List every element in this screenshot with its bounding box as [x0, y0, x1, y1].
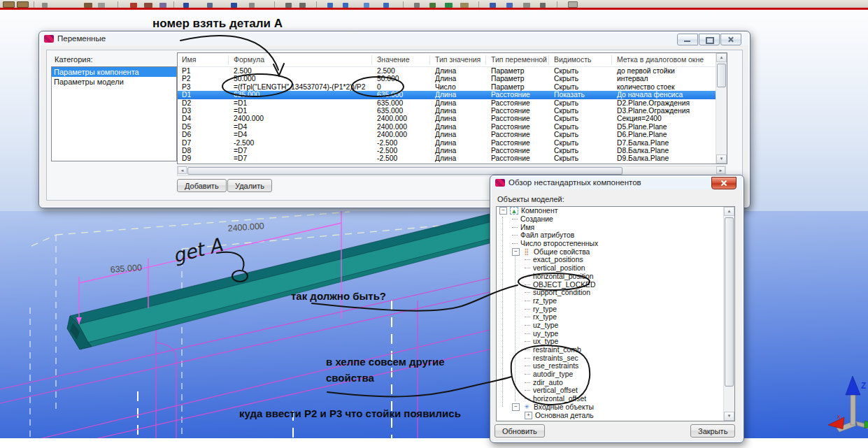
scrollbar-thumb[interactable] [187, 167, 622, 175]
tree-branch-tick [525, 349, 530, 350]
component-browser-titlebar[interactable]: Обзор нестандартных компонентов [490, 175, 744, 189]
cell-name: D7 [182, 139, 191, 147]
cell-value: -2.500 [377, 147, 397, 154]
cell-value_type: Длина [435, 75, 456, 82]
toolbar-separator [274, 1, 275, 8]
tree-item-label: rz_type [533, 297, 557, 305]
cell-visibility: Скрыть [554, 131, 578, 138]
table-row[interactable]: P3=(fTpl("LENGTH",134537074)-(P1*2))/P20… [178, 83, 716, 91]
component-browser-dialog[interactable]: Обзор нестандартных компонентов Объекты … [490, 175, 744, 443]
cell-value: 2400.000 [377, 123, 407, 131]
variables-table[interactable]: Имя Формула Значение Тип значения Тип пе… [177, 52, 727, 164]
table-row[interactable]: P250.00050.000ДлинаПараметрСкрытьинтерва… [178, 75, 716, 82]
column-header[interactable]: Значение [377, 55, 410, 64]
scroll-down-arrow[interactable]: ▼ [716, 154, 727, 164]
inputs-icon: ✳ [522, 403, 531, 411]
table-row[interactable]: D42400.0002400.000ДлинаРасстояниеСкрытьС… [178, 115, 716, 122]
close-button[interactable] [720, 34, 741, 45]
tree-item[interactable]: −⣿Общие свойства [497, 247, 734, 256]
table-vertical-scrollbar[interactable]: ▲ ▼ [716, 53, 727, 164]
cell-formula: =D7 [234, 147, 247, 154]
remove-button[interactable]: Удалить [227, 179, 272, 192]
column-header[interactable]: Видимость [554, 55, 591, 64]
table-row[interactable]: D1635.000635.000ДлинаРасстояниеПоказатьД… [178, 91, 716, 99]
cell-var_type: Расстояние [491, 147, 530, 154]
maximize-button[interactable] [699, 34, 720, 45]
tree-item[interactable]: ry_type [497, 305, 734, 313]
tree-item[interactable]: horizontal_position [497, 273, 734, 281]
column-header[interactable]: Тип значения [435, 55, 481, 64]
category-list[interactable]: Параметры компонентаПараметры модели [51, 66, 177, 161]
tree-item[interactable]: OBJECT_LOCKED [497, 280, 734, 289]
variables-dialog-titlebar[interactable]: Переменные [39, 31, 750, 45]
table-row[interactable]: D3=D1635.000ДлинаРасстояниеСкрытьD3.Plan… [178, 107, 716, 115]
tree-item[interactable]: support_condition [497, 289, 734, 297]
cell-var_type: Расстояние [491, 139, 530, 147]
cell-value_type: Длина [435, 99, 456, 107]
table-row[interactable]: D2=D1635.000ДлинаРасстояниеСкрытьD2.Plan… [178, 99, 716, 107]
tree-item[interactable]: use_restraints [497, 362, 734, 370]
column-header[interactable]: Тип переменной [491, 55, 547, 64]
tree-item-label: Создание [520, 215, 553, 223]
category-item[interactable]: Параметры модели [52, 77, 176, 87]
tree-item[interactable]: Число второстепенных [497, 240, 734, 248]
refresh-button[interactable]: Обновить [495, 424, 545, 438]
scrollbar-thumb[interactable] [717, 64, 726, 87]
minimize-button[interactable] [677, 34, 698, 45]
tree-item[interactable]: uy_type [497, 329, 734, 338]
tree-item[interactable]: rz_type [497, 297, 734, 305]
minus-expander-icon[interactable]: − [512, 403, 520, 411]
cell-var_type: Параметр [491, 75, 525, 82]
tree-item-label: support_condition [533, 289, 590, 296]
tree-item[interactable]: autodir_type [497, 370, 734, 379]
column-header[interactable]: Формула [234, 55, 264, 64]
tree-item[interactable]: exact_positions [497, 256, 734, 264]
model-objects-tree[interactable]: ▲ ▼ −▲КомпонентСозданиеИмяФайл атрибутов… [496, 206, 735, 421]
tree-item[interactable]: vertical_offset [497, 386, 734, 395]
beam[interactable] [67, 214, 490, 349]
plus-expander-icon[interactable]: + [525, 412, 532, 419]
tree-item-label: uz_type [533, 321, 558, 329]
tree-item[interactable]: +Основная деталь [497, 411, 734, 419]
tree-item-label: Файл атрибутов [520, 231, 574, 239]
cell-label: D9.Балка.Plane [617, 154, 669, 162]
toolbar-icon-fragment [249, 3, 255, 8]
tree-item[interactable]: rx_type [497, 313, 734, 321]
tree-item[interactable]: zdir_auto [497, 378, 734, 386]
table-row[interactable]: D6=D42400.000ДлинаРасстояниеСкрытьD6.Pla… [178, 131, 716, 138]
cell-name: D3 [182, 107, 191, 115]
close-button[interactable] [711, 177, 737, 189]
tree-item[interactable]: Создание [497, 215, 734, 224]
tree-item[interactable]: vertical_position [497, 264, 734, 273]
toolbar-icon-fragment [231, 3, 237, 8]
cell-name: P1 [182, 67, 191, 75]
tree-item[interactable]: horizontal_offset [497, 395, 734, 403]
tree-item-label: Общие свойства [534, 248, 590, 256]
scroll-right-arrow[interactable]: ► [716, 166, 725, 174]
category-item[interactable]: Параметры компонента [52, 67, 176, 77]
close-dialog-button[interactable]: Закрыть [690, 424, 735, 438]
tree-item[interactable]: Имя [497, 223, 734, 231]
tree-item[interactable]: uz_type [497, 321, 734, 330]
table-row[interactable]: D7-2.500-2.500ДлинаРасстояниеСкрытьD7.Ба… [178, 139, 716, 147]
cell-label: D5.Plane.Plane [617, 123, 667, 131]
minus-expander-icon[interactable]: − [512, 248, 520, 256]
tree-item[interactable]: restraints_sec [497, 354, 734, 362]
table-row[interactable]: D9=D7-2.500ДлинаРасстояниеСкрытьD9.Балка… [178, 154, 716, 162]
scroll-left-arrow[interactable]: ◄ [178, 166, 187, 174]
tree-item[interactable]: Файл атрибутов [497, 231, 734, 240]
tree-item[interactable]: −✳Входные объекты [497, 403, 734, 412]
add-button[interactable]: Добавить [177, 179, 227, 192]
cell-var_type: Расстояние [491, 123, 530, 131]
table-row[interactable]: D5=D42400.000ДлинаРасстояниеСкрытьD5.Pla… [178, 123, 716, 131]
table-row[interactable]: D8=D7-2.500ДлинаРасстояниеСкрытьD8.Балка… [178, 147, 716, 154]
minus-expander-icon[interactable]: − [499, 207, 507, 215]
table-row[interactable]: P12.5002.500ДлинаПараметрСкрытьдо первой… [178, 67, 716, 75]
tree-item[interactable]: −▲Компонент [497, 207, 734, 215]
column-header[interactable]: Имя [182, 55, 196, 64]
tree-item[interactable]: ux_type [497, 338, 734, 346]
tree-item-label: ry_type [533, 305, 557, 313]
tree-item[interactable]: restraint_comb [497, 346, 734, 354]
scroll-up-arrow[interactable]: ▲ [716, 53, 727, 62]
column-header[interactable]: Метка в диалоговом окне [617, 55, 704, 64]
